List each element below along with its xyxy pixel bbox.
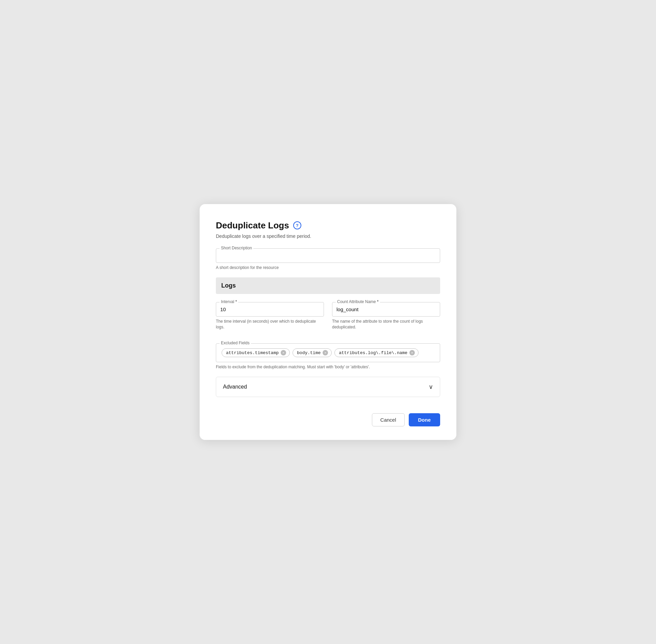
excluded-fields-help: Fields to exclude from the deduplication… xyxy=(216,364,440,370)
excluded-fields-label: Excluded Fields xyxy=(219,341,251,345)
interval-container: Interval xyxy=(216,302,324,317)
modal-header: Deduplicate Logs ? xyxy=(216,220,440,231)
tag-remove-button[interactable]: ✕ xyxy=(323,350,328,355)
short-description-field: Short Description A short description fo… xyxy=(216,248,440,271)
footer-buttons: Cancel Done xyxy=(216,413,440,427)
interval-help: The time interval (in seconds) over whic… xyxy=(216,319,324,330)
count-attribute-field: Count Attribute Name The name of the att… xyxy=(332,302,440,330)
logs-section-header: Logs xyxy=(216,277,440,294)
list-item: body.time✕ xyxy=(292,348,332,357)
excluded-fields-field: Excluded Fields attributes.timestamp✕bod… xyxy=(216,343,440,370)
cancel-button[interactable]: Cancel xyxy=(372,413,405,427)
advanced-section[interactable]: Advanced ∨ xyxy=(216,377,440,397)
list-item: attributes.log\.file\.name✕ xyxy=(334,348,419,357)
interval-field: Interval The time interval (in seconds) … xyxy=(216,302,324,330)
short-description-container: Short Description xyxy=(216,248,440,263)
short-description-label: Short Description xyxy=(219,246,253,250)
excluded-fields-tags: attributes.timestamp✕body.time✕attribute… xyxy=(220,346,436,359)
count-attribute-container: Count Attribute Name xyxy=(332,302,440,317)
tag-remove-button[interactable]: ✕ xyxy=(409,350,415,355)
deduplicate-logs-modal: Deduplicate Logs ? Deduplicate logs over… xyxy=(200,204,456,440)
count-attribute-help: The name of the attribute to store the c… xyxy=(332,319,440,330)
done-button[interactable]: Done xyxy=(409,413,441,427)
excluded-fields-container: Excluded Fields attributes.timestamp✕bod… xyxy=(216,343,440,362)
short-description-input[interactable] xyxy=(220,251,436,260)
count-attribute-label: Count Attribute Name xyxy=(336,299,380,304)
interval-input[interactable] xyxy=(220,305,320,314)
list-item: attributes.timestamp✕ xyxy=(221,348,290,357)
tag-remove-button[interactable]: ✕ xyxy=(281,350,286,355)
modal-subtitle: Deduplicate logs over a specified time p… xyxy=(216,233,440,239)
help-icon[interactable]: ? xyxy=(293,221,301,229)
count-attribute-input[interactable] xyxy=(336,305,436,314)
short-description-help: A short description for the resource xyxy=(216,265,440,271)
chevron-down-icon: ∨ xyxy=(429,383,433,391)
advanced-label: Advanced xyxy=(223,384,247,390)
interval-label: Interval xyxy=(219,299,238,304)
interval-count-row: Interval The time interval (in seconds) … xyxy=(216,302,440,337)
modal-title: Deduplicate Logs xyxy=(216,220,289,231)
